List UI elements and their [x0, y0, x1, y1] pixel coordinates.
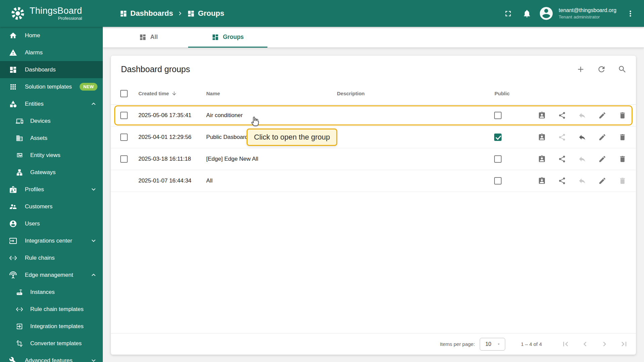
manage-users-icon	[538, 111, 546, 119]
app-edition: Professional	[58, 16, 82, 21]
sidebar-item-solution-templates[interactable]: Solution templates NEW	[0, 78, 103, 95]
toolbar-actions	[572, 61, 631, 77]
rule-chain-templates-icon	[16, 306, 23, 313]
tab-groups[interactable]: Groups	[188, 27, 267, 47]
sidebar-item-users[interactable]: Users	[0, 215, 103, 232]
column-name[interactable]: Name	[206, 91, 337, 96]
column-public[interactable]: Public	[495, 91, 535, 96]
breadcrumb-dashboards[interactable]: Dashboards	[120, 9, 173, 18]
manage-users-button[interactable]	[534, 152, 549, 166]
tab-all[interactable]: All	[109, 27, 188, 47]
delete-icon	[618, 177, 627, 185]
sidebar-item-profiles[interactable]: Profiles	[0, 181, 103, 198]
delete-button[interactable]	[615, 130, 630, 145]
share-button[interactable]	[555, 173, 569, 188]
previous-page-icon	[581, 340, 590, 349]
breadcrumb-groups[interactable]: Groups	[187, 9, 224, 18]
table-empty-space	[111, 192, 636, 333]
make-private-button[interactable]	[575, 130, 590, 145]
manage-users-button[interactable]	[534, 108, 549, 123]
delete-button	[615, 173, 630, 188]
sidebar-item-integration-templates[interactable]: Integration templates	[0, 318, 103, 335]
search-button[interactable]	[614, 61, 631, 77]
share-button[interactable]	[555, 108, 569, 123]
sidebar-item-entity-views[interactable]: Entity views	[0, 147, 103, 164]
refresh-button[interactable]	[593, 61, 610, 77]
sidebar-item-entities[interactable]: Entities	[0, 95, 103, 112]
sidebar-item-gateways[interactable]: Gateways	[0, 164, 103, 181]
sidebar-item-dashboards[interactable]: Dashboards	[0, 61, 103, 78]
tab-bar: All Groups	[103, 27, 644, 48]
table-row[interactable]: 2025-03-18 16:11:18 [Edge] Edge New All	[111, 148, 636, 170]
fullscreen-button[interactable]	[500, 5, 516, 22]
last-page-button	[616, 336, 632, 352]
first-page-button	[557, 336, 573, 352]
search-icon	[618, 65, 627, 74]
chevron-down-icon	[90, 186, 97, 193]
edit-button[interactable]	[595, 152, 610, 166]
breadcrumb-label: Dashboards	[130, 9, 173, 18]
edit-icon	[598, 111, 606, 119]
cell-created-time: 2025-01-07 16:44:34	[138, 177, 206, 184]
delete-button[interactable]	[615, 152, 630, 166]
cell-name: All	[206, 177, 337, 184]
public-checkbox	[494, 177, 502, 185]
sidebar-item-alarms[interactable]: Alarms	[0, 44, 103, 61]
user-email: tenant@thingsboard.org	[559, 7, 616, 14]
converter-templates-icon	[16, 340, 23, 347]
sidebar-item-converter-templates[interactable]: Converter templates	[0, 335, 103, 352]
edit-button[interactable]	[595, 108, 610, 123]
row-checkbox[interactable]	[120, 112, 128, 119]
row-checkbox[interactable]	[120, 155, 128, 163]
advanced-features-icon	[9, 357, 17, 362]
sidebar-item-advanced-features[interactable]: Advanced features	[0, 352, 103, 362]
delete-button[interactable]	[615, 108, 630, 123]
notifications-button[interactable]	[518, 5, 535, 22]
more-menu-button[interactable]	[622, 5, 639, 22]
table-row[interactable]: 2025-04-01 12:29:56 Public Dasboard	[111, 126, 636, 148]
users-icon	[9, 220, 17, 228]
entities-icon	[9, 100, 17, 108]
page-title: Dashboard groups	[121, 64, 572, 74]
manage-users-icon	[538, 155, 546, 163]
sidebar-item-integrations-center[interactable]: Integrations center	[0, 232, 103, 249]
integration-templates-icon	[16, 323, 23, 330]
app-root: ThingsBoard Professional Dashboards Grou…	[0, 0, 644, 362]
more-vert-icon	[626, 9, 635, 18]
home-icon	[9, 32, 17, 40]
row-actions	[534, 108, 636, 123]
sidebar-item-instances[interactable]: Instances	[0, 283, 103, 301]
manage-users-button[interactable]	[534, 130, 549, 145]
refresh-icon	[597, 65, 606, 74]
sidebar-item-edge-management[interactable]: Edge management	[0, 266, 103, 283]
table-row[interactable]: 2025-01-07 16:44:34 All	[111, 170, 636, 192]
sidebar-item-devices[interactable]: Devices	[0, 112, 103, 130]
row-checkbox[interactable]	[120, 134, 128, 141]
sidebar-item-customers[interactable]: Customers	[0, 198, 103, 215]
sidebar-item-label: Solution templates	[25, 84, 72, 90]
edit-button[interactable]	[595, 173, 610, 188]
sidebar-item-rule-chain-templates[interactable]: Rule chain templates	[0, 301, 103, 318]
manage-users-button[interactable]	[534, 173, 549, 188]
plus-icon	[576, 65, 585, 74]
share-button[interactable]	[555, 152, 569, 166]
sidebar-item-rule-chains[interactable]: Rule chains	[0, 249, 103, 266]
table-row[interactable]: 2025-05-06 17:35:41 Air conditioner	[111, 105, 636, 126]
add-group-button[interactable]	[572, 61, 589, 77]
sidebar-item-assets[interactable]: Assets	[0, 130, 103, 147]
make-private-icon	[578, 155, 586, 163]
logo-area[interactable]: ThingsBoard Professional	[0, 6, 103, 21]
pagination-controls	[557, 336, 632, 352]
row-actions	[534, 152, 636, 166]
user-avatar[interactable]	[539, 6, 554, 21]
select-all-checkbox[interactable]	[120, 90, 128, 97]
sidebar-item-home[interactable]: Home	[0, 27, 103, 44]
edit-button[interactable]	[595, 130, 610, 145]
sidebar-item-label: Assets	[30, 135, 97, 142]
column-description[interactable]: Description	[337, 91, 495, 96]
chevron-up-icon	[90, 100, 97, 108]
card-toolbar: Dashboard groups	[111, 56, 636, 83]
items-per-page-select[interactable]: 10	[480, 338, 506, 351]
devices-icon	[16, 117, 23, 125]
column-created-time[interactable]: Created time	[138, 91, 206, 96]
